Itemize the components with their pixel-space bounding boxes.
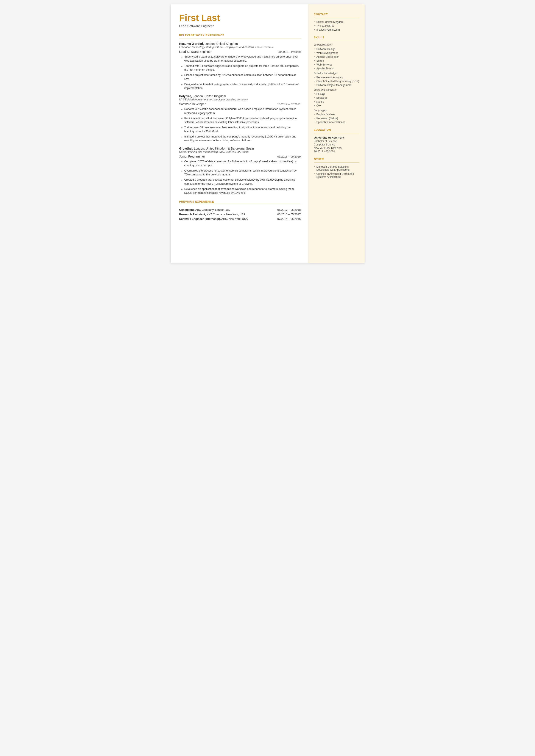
contact-item-location: Bristol, United Kingdom <box>314 20 359 23</box>
edu-degree: Bachelor of Science <box>314 140 359 143</box>
company-2-suffix: London, United Kingdom <box>192 95 226 98</box>
company-3-suffix: London, United Kingdom & Barcelona, Spai… <box>193 147 254 150</box>
prev-exp-3-title: Software Engineer (Internship), ABC, New… <box>179 217 248 220</box>
language-item: English (Native) <box>314 113 359 116</box>
resume-container: First Last Lead Software Engineer RELEVA… <box>171 4 365 263</box>
skill-item: Scrum <box>314 59 359 62</box>
prev-exp-row-3: Software Engineer (Internship), ABC, New… <box>179 217 301 220</box>
bullet-item: Trained over 39 new team members resulti… <box>182 126 301 134</box>
bullet-item: Initiated a project that improved the co… <box>182 135 301 143</box>
bullet-item: Donated 49% of the codebase for a modern… <box>182 107 301 115</box>
company-1-role-row: Lead Software Engineer 08/2021 – Present <box>179 50 301 53</box>
prev-exp-2-title: Research Assistant, XYZ Company, New Yor… <box>179 213 245 216</box>
prev-exp-2-dates: 06/2016 – 05/2017 <box>277 213 300 216</box>
education-section: EDUCATION University of New York Bachelo… <box>314 128 359 153</box>
company-2-bullets: Donated 49% of the codebase for a modern… <box>179 107 301 143</box>
previous-divider <box>179 205 301 205</box>
skills-heading: SKILLS <box>314 36 359 39</box>
prev-exp-1-bold: Consultant, <box>179 208 195 211</box>
relevant-work-heading: RELEVANT WORK EXPERIENCE <box>179 34 301 37</box>
prev-exp-1-title: Consultant, ABC Company, London, UK <box>179 208 230 211</box>
skill-item: C++ <box>314 104 359 107</box>
tools-label: Tools and Software: <box>314 88 359 91</box>
company-1-suffix: London, United Kingdom <box>204 42 238 45</box>
bullet-item: Created a program that boosted customer … <box>182 178 301 186</box>
bullet-item: Designed an automated testing system, wh… <box>182 82 301 91</box>
other-divider <box>314 162 359 163</box>
contact-heading: CONTACT <box>314 13 359 16</box>
company-2-name-row: Polyhire, London, United Kingdom <box>179 94 301 98</box>
bullet-item: Supervised a team of 21 software enginee… <box>182 55 301 63</box>
company-2-desc: NYSE-listed recruitment and employer bra… <box>179 98 301 101</box>
prev-exp-2-rest: XYZ Company, New York, USA <box>206 213 245 216</box>
company-2-role: Software Developer <box>179 102 206 106</box>
company-3-role: Junior Programmer <box>179 155 205 158</box>
company-1-name-row: Resume Worded, London, United Kingdom <box>179 42 301 46</box>
prev-exp-row-2: Research Assistant, XYZ Company, New Yor… <box>179 213 301 216</box>
technical-skills-list: Software Design Web Development Apache Z… <box>314 48 359 70</box>
company-3-role-row: Junior Programmer 06/2018 – 09/2019 <box>179 155 301 158</box>
contact-item-email: first.last@gmail.com <box>314 28 359 31</box>
company-3-bullets: Completed 20TB of data conversion for 2M… <box>179 159 301 195</box>
language-item: Spanish (Conversational) <box>314 121 359 124</box>
company-2-name: Polyhire, <box>179 95 192 98</box>
company-1-bullets: Supervised a team of 21 software enginee… <box>179 55 301 90</box>
bullet-item: Developed an application that streamline… <box>182 187 301 195</box>
language-item: Romanian (Native) <box>314 117 359 120</box>
prev-exp-3-bold: Software Engineer (Internship), <box>179 217 221 220</box>
other-heading: OTHER <box>314 158 359 161</box>
skill-item: Apache ZooKeeper <box>314 55 359 58</box>
edu-dates: 10/2011 - 06/2014 <box>314 150 359 153</box>
company-3-name-row: Growthsi, London, United Kingdom & Barce… <box>179 147 301 151</box>
languages-list: English (Native) Romanian (Native) Spani… <box>314 113 359 124</box>
company-3-dates: 06/2018 – 09/2019 <box>277 155 300 158</box>
skill-item: Object-Oriented Programming (OOP) <box>314 80 359 83</box>
company-1-dates: 08/2021 – Present <box>278 50 300 53</box>
prev-exp-1-rest: ABC Company, London, UK <box>195 208 230 211</box>
skill-item: Software Design <box>314 48 359 51</box>
industry-label: Industry Knowledge: <box>314 72 359 75</box>
bullet-item: Participated in an effort that saved Pol… <box>182 116 301 125</box>
industry-skills-list: Requirements Analysis Object-Oriented Pr… <box>314 76 359 87</box>
skill-item: jQuery <box>314 100 359 103</box>
contact-item-phone: +44 123456789 <box>314 24 359 27</box>
skill-item: Apache Tomcat <box>314 67 359 70</box>
company-block-3: Growthsi, London, United Kingdom & Barce… <box>179 147 301 195</box>
other-item-1: Microsoft Certified Solutions Developer:… <box>314 165 359 171</box>
skill-item: Web Development <box>314 51 359 55</box>
bullet-item: Slashed project timeframes by 76% via en… <box>182 73 301 81</box>
prev-exp-2-bold: Research Assistant, <box>179 213 206 216</box>
candidate-title: Lead Software Engineer <box>179 24 301 28</box>
company-block-1: Resume Worded, London, United Kingdom Ed… <box>179 42 301 90</box>
contact-section: CONTACT Bristol, United Kingdom +44 1234… <box>314 13 359 31</box>
company-block-2: Polyhire, London, United Kingdom NYSE-li… <box>179 94 301 143</box>
other-item-2: Certified in Advanced Distributed System… <box>314 172 359 179</box>
education-divider <box>314 133 359 133</box>
relevant-divider <box>179 39 301 39</box>
prev-exp-1-dates: 06/2017 – 05/2018 <box>277 208 300 211</box>
company-1-role: Lead Software Engineer <box>179 50 211 53</box>
bullet-item: Completed 20TB of data conversion for 2M… <box>182 159 301 168</box>
prev-exp-3-dates: 07/2014 – 05/2015 <box>277 217 300 220</box>
edu-field: Computer Science <box>314 143 359 146</box>
technical-label: Technical Skills: <box>314 43 359 46</box>
right-column: CONTACT Bristol, United Kingdom +44 1234… <box>309 4 365 263</box>
candidate-name: First Last <box>179 13 301 23</box>
bullet-item: Overhauled the process for customer serv… <box>182 169 301 177</box>
left-column: First Last Lead Software Engineer RELEVA… <box>171 4 309 263</box>
languages-label: Languages: <box>314 109 359 112</box>
company-3-name: Growthsi, <box>179 147 193 150</box>
skill-item: Bootstrap <box>314 96 359 99</box>
prev-exp-3-rest: ABC, New York, USA <box>221 217 248 220</box>
company-1-desc: Education technology startup with 50+ em… <box>179 46 301 49</box>
contact-list: Bristol, United Kingdom +44 123456789 fi… <box>314 20 359 31</box>
edu-location: New York City, New York <box>314 147 359 150</box>
skill-item: Requirements Analysis <box>314 76 359 79</box>
company-1-name: Resume Worded, <box>179 42 204 45</box>
other-section: OTHER Microsoft Certified Solutions Deve… <box>314 158 359 179</box>
company-2-role-row: Software Developer 10/2019 – 07/2021 <box>179 102 301 106</box>
skill-item: Web Services <box>314 63 359 66</box>
tools-skills-list: PL/SQL Bootstrap jQuery C++ <box>314 93 359 107</box>
prev-exp-row-1: Consultant, ABC Company, London, UK 06/2… <box>179 208 301 211</box>
skill-item: Software Project Management <box>314 84 359 87</box>
